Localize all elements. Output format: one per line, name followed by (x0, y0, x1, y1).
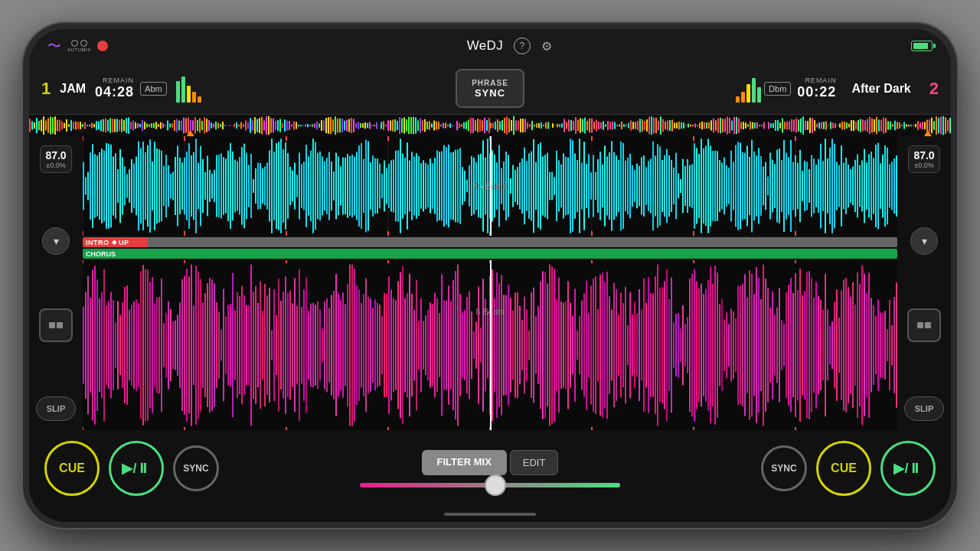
deck1-number: 1 (41, 79, 51, 99)
deck1-remain: REMAIN 04:28 (95, 77, 134, 100)
playhead-bottom (490, 260, 492, 430)
filter-mix-button[interactable]: FILTER MIX (422, 450, 507, 475)
crossfader[interactable] (360, 483, 620, 487)
deck2-tempo: 87.0 ±0.0% (908, 145, 939, 173)
center-mixer: FILTER MIX EDIT (228, 450, 752, 487)
app-name: WeDJ (467, 38, 503, 54)
home-indicator (29, 507, 951, 522)
deck1-play-button[interactable]: ▶/⏸ (109, 441, 164, 496)
status-right (911, 41, 933, 51)
eq-bar (736, 96, 740, 103)
deck1-eq-bars (176, 75, 201, 103)
deck2-waveform[interactable]: 8 Beats (83, 260, 897, 430)
deck1-cue-label: CUE (59, 461, 85, 475)
status-center: WeDJ ? ⚙ (467, 37, 552, 54)
deck2-header: Dbm REMAIN 00:22 After Dark 2 (531, 63, 951, 114)
deck1-loop-button[interactable] (39, 308, 73, 342)
deck2-slip-button[interactable]: SLIP (904, 396, 944, 421)
deck1-remain-time: 04:28 (95, 84, 134, 100)
crossfader-knob[interactable] (485, 474, 506, 496)
phrase-label: PHRASE (472, 79, 508, 87)
deck2-remain-label: REMAIN (805, 77, 836, 84)
deck1-sync-button[interactable]: SYNC (173, 445, 219, 491)
eq-bar (176, 81, 180, 103)
playhead (490, 136, 492, 236)
help-button[interactable]: ? (514, 37, 531, 54)
deck1-remain-label: REMAIN (103, 77, 134, 84)
phrase-sync-button[interactable]: PHRASE SYNC (456, 69, 524, 108)
phrase-diamond-icon: ◆ (112, 239, 117, 246)
eq-bar (746, 84, 750, 103)
wave-icon[interactable]: 〜 (47, 37, 61, 55)
center-waveform: 46 Beats INTRO ◆ UP CHORUS (83, 136, 897, 430)
deck1-header: 1 JAM REMAIN 04:28 Abm (29, 63, 449, 114)
deck1-slip-button[interactable]: SLIP (36, 396, 76, 421)
eq-bar (192, 92, 196, 103)
overview-waveforms (29, 115, 951, 136)
deck2-overview-waveform (490, 115, 951, 136)
deck1-track-name: JAM (60, 82, 86, 96)
deck2-cue-label: CUE (831, 461, 857, 475)
settings-button[interactable]: ⚙ (541, 39, 552, 54)
deck1-bpm: 87.0 (45, 149, 66, 161)
home-bar (444, 513, 536, 516)
deck1-key: Abm (140, 82, 167, 96)
eq-bar (741, 92, 745, 103)
deck2-sync-button[interactable]: SYNC (761, 445, 807, 491)
deck2-remain: REMAIN 00:22 (797, 77, 836, 100)
eq-bar (757, 87, 761, 103)
deck2-play-symbol: ▶/⏸ (893, 460, 922, 477)
phone-frame: 〜 AUTOMIX WeDJ ? ⚙ (23, 23, 957, 528)
main-content: 87.0 ±0.0% ▾ SLIP (29, 136, 951, 430)
eq-bar (187, 86, 191, 103)
right-controls: 87.0 ±0.0% ▾ SLIP (897, 136, 951, 430)
battery-icon (911, 41, 933, 51)
deck1-tempo: 87.0 ±0.0% (40, 145, 71, 173)
deck2-eq-bars (736, 75, 761, 103)
intro-label: INTRO (86, 239, 109, 246)
deck2-bpm-pct: ±0.0% (913, 161, 934, 169)
deck1-dropdown-button[interactable]: ▾ (42, 227, 70, 255)
status-bar: 〜 AUTOMIX WeDJ ? ⚙ (29, 29, 951, 63)
chorus-phrase-bar: CHORUS (83, 249, 897, 259)
phrase-bars: INTRO ◆ UP CHORUS (83, 236, 897, 260)
deck1-cue-button[interactable]: CUE (44, 441, 100, 496)
up-label: UP (119, 239, 129, 246)
deck2-play-button[interactable]: ▶/⏸ (880, 441, 936, 496)
chorus-label: CHORUS (86, 250, 116, 258)
status-left: 〜 AUTOMIX (47, 37, 108, 55)
deck-header: 1 JAM REMAIN 04:28 Abm PHRASE (29, 63, 951, 115)
deck2-bpm: 87.0 (913, 149, 934, 161)
edit-button[interactable]: EDIT (510, 450, 559, 475)
deck2-number: 2 (929, 79, 939, 99)
deck1-waveform[interactable]: 46 Beats (83, 136, 897, 236)
deck1-overview-waveform (29, 115, 490, 136)
crossfader-track (360, 483, 620, 487)
deck2-loop-button[interactable] (907, 308, 941, 342)
eq-bar (752, 78, 756, 103)
deck1-play-symbol: ▶/⏸ (122, 460, 150, 477)
deck2-key: Dbm (764, 82, 791, 96)
phone-screen: 〜 AUTOMIX WeDJ ? ⚙ (29, 29, 951, 522)
deck2-remain-time: 00:22 (797, 84, 836, 100)
deck2-sync-label: SYNC (771, 463, 796, 474)
deck1-bpm-pct: ±0.0% (45, 161, 66, 169)
deck1-sync-label: SYNC (183, 463, 208, 474)
filter-edit-row: FILTER MIX EDIT (422, 450, 559, 475)
deck2-track-name: After Dark (851, 82, 910, 96)
intro-phrase-bar: INTRO ◆ UP (83, 237, 897, 247)
automix-icon[interactable]: AUTOMIX (67, 40, 91, 52)
eq-bar (198, 96, 201, 103)
sync-label: SYNC (475, 87, 505, 99)
deck2-dropdown-button[interactable]: ▾ (910, 227, 938, 255)
eq-bar (181, 77, 185, 103)
deck2-cue-button[interactable]: CUE (816, 441, 871, 496)
bottom-controls: CUE ▶/⏸ SYNC FILTER MIX EDIT (29, 430, 951, 507)
record-button[interactable] (97, 41, 108, 51)
left-controls: 87.0 ±0.0% ▾ SLIP (29, 136, 83, 430)
